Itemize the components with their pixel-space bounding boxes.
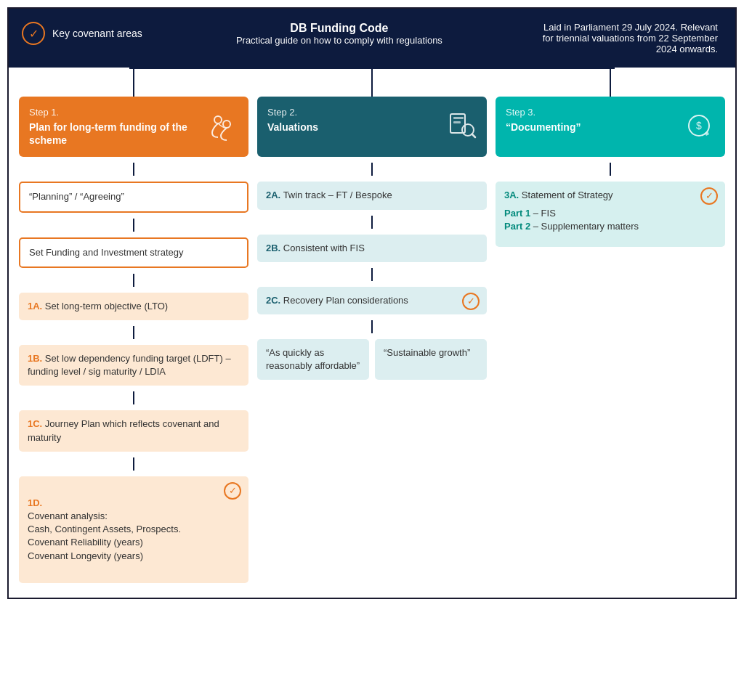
sub-col-2: 2A. Twin track – FT / Bespoke 2B. Consis… xyxy=(253,163,491,583)
col1-connector-5 xyxy=(19,391,248,404)
connector-row-top xyxy=(9,68,735,97)
col3-part1: Part 1 – FIS xyxy=(504,207,696,220)
col3-connector-1 xyxy=(496,163,725,176)
col2-vline-3 xyxy=(371,268,373,281)
col2-box3-prefix: 2C. xyxy=(266,295,280,306)
step3-icon: $ xyxy=(683,110,715,147)
col2-box2: 2B. Consistent with FIS xyxy=(257,235,487,262)
v-line-2 xyxy=(371,68,373,97)
connector-col-1 xyxy=(15,68,253,97)
header-right: Laid in Parliament 29 July 2024. Relevan… xyxy=(536,22,718,54)
col3-vline-1 xyxy=(610,163,611,176)
step2-title: Valuations xyxy=(267,121,439,134)
sub-col-1: “Planning” / “Agreeing” Set Funding and … xyxy=(15,163,253,583)
col1-connector-2 xyxy=(19,219,248,232)
col1-connector-4 xyxy=(19,326,248,339)
header: ✓ Key covenant areas DB Funding Code Pra… xyxy=(9,9,735,68)
step3-header: Step 3. “Documenting” $ xyxy=(496,97,725,157)
step2-icon xyxy=(445,110,477,147)
col1-vline-2 xyxy=(133,219,134,232)
step1-text: Step 1. Plan for long-term funding of th… xyxy=(29,107,201,147)
col2-connector-2 xyxy=(257,216,487,229)
col2-sub2: “Sustainable growth” xyxy=(375,339,487,380)
col1-box5: 1C. Journey Plan which reflects covenant… xyxy=(19,410,248,451)
step1-header: Step 1. Plan for long-term funding of th… xyxy=(19,97,248,157)
col3-box1-check: ✓ xyxy=(700,187,718,205)
col3-box1-prefix: 3A. xyxy=(504,190,519,200)
steps-row: Step 1. Plan for long-term funding of th… xyxy=(9,97,735,157)
col2-box2-text: Consistent with FIS xyxy=(283,243,365,253)
v-line-1 xyxy=(133,68,134,97)
step3-num: Step 3. xyxy=(506,107,677,118)
col1-vline-3 xyxy=(133,274,134,287)
col2-box1-text: Twin track – FT / Bespoke xyxy=(283,190,392,200)
v-line-3 xyxy=(610,68,611,97)
step1-num: Step 1. xyxy=(29,107,201,118)
col1-box4-prefix: 1B. xyxy=(28,353,42,364)
connector-col-2 xyxy=(253,68,491,97)
header-left: ✓ Key covenant areas xyxy=(22,22,142,45)
step-col-1: Step 1. Plan for long-term funding of th… xyxy=(15,97,253,157)
step3-text: Step 3. “Documenting” xyxy=(506,107,677,134)
center-subtitle: Practical guide on how to comply with re… xyxy=(142,35,536,46)
col2-connector-1 xyxy=(257,163,487,176)
col2-box3-check: ✓ xyxy=(462,293,480,310)
col1-vline-1 xyxy=(133,163,134,176)
step2-text: Step 2. Valuations xyxy=(267,107,439,134)
col1-box3-prefix: 1A. xyxy=(28,301,42,312)
col3-box1-title-row: 3A. Statement of Strategy xyxy=(504,189,696,202)
col1-box1: “Planning” / “Agreeing” xyxy=(19,182,248,212)
h-line-top xyxy=(129,68,615,69)
col1-vline-4 xyxy=(133,326,134,339)
col2-sub-boxes: “As quickly as reasonably affordable” “S… xyxy=(257,339,487,380)
svg-point-1 xyxy=(223,121,230,128)
covenant-icon: ✓ xyxy=(22,22,45,45)
col1-box4-text: Set low dependency funding target (LDFT)… xyxy=(28,353,231,377)
svg-point-0 xyxy=(214,116,222,123)
step2-num: Step 2. xyxy=(267,107,439,118)
col1-box3: 1A. Set long-term objective (LTO) xyxy=(19,293,248,320)
col1-connector-6 xyxy=(19,457,248,471)
col3-part1-text: – FIS xyxy=(533,208,556,219)
col1-box6-check: ✓ xyxy=(224,482,241,500)
col1-box1-label: “Planning” / “Agreeing” xyxy=(29,191,124,202)
header-center: DB Funding Code Practical guide on how t… xyxy=(142,22,536,46)
col1-box4: 1B. Set low dependency funding target (L… xyxy=(19,345,248,386)
col2-box1-prefix: 2A. xyxy=(266,190,280,200)
step3-title: “Documenting” xyxy=(506,121,677,134)
col2-sub1-text: “As quickly as reasonably affordable” xyxy=(266,347,360,371)
center-title: DB Funding Code xyxy=(142,22,536,35)
col2-box2-prefix: 2B. xyxy=(266,243,280,253)
col3-box1-title: Statement of Strategy xyxy=(522,190,613,200)
sub-col-3: 3A. Statement of Strategy Part 1 – FIS P… xyxy=(491,163,729,583)
col1-box5-prefix: 1C. xyxy=(28,418,42,429)
col1-vline-6 xyxy=(133,457,134,471)
svg-line-6 xyxy=(472,134,476,138)
col2-vline-4 xyxy=(371,320,373,333)
connector-col-3 xyxy=(491,68,729,97)
col1-box5-text: Journey Plan which reflects covenant and… xyxy=(28,418,219,442)
col2-box3-text: Recovery Plan considerations xyxy=(283,295,408,306)
sub-row: “Planning” / “Agreeing” Set Funding and … xyxy=(9,157,735,583)
col1-box3-text: Set long-term objective (LTO) xyxy=(45,301,168,312)
col1-connector-1 xyxy=(19,163,248,176)
col3-part2-text: – Supplementary matters xyxy=(533,221,639,232)
col2-sub1: “As quickly as reasonably affordable” xyxy=(257,339,369,380)
col3-box1: 3A. Statement of Strategy Part 1 – FIS P… xyxy=(496,182,725,247)
svg-rect-3 xyxy=(453,117,464,119)
step1-icon xyxy=(206,110,238,147)
col2-box1: 2A. Twin track – FT / Bespoke xyxy=(257,182,487,209)
col3-part2-label: Part 2 xyxy=(504,221,530,232)
col2-connector-4 xyxy=(257,320,487,333)
col2-sub2-text: “Sustainable growth” xyxy=(384,347,470,358)
bottom-space xyxy=(9,583,735,598)
col3-part2: Part 2 – Supplementary matters xyxy=(504,220,696,233)
col1-box6: 1D. Covenant analysis: Cash, Contingent … xyxy=(19,476,248,583)
step1-title: Plan for long-term funding of the scheme xyxy=(29,121,201,147)
col3-part1-label: Part 1 xyxy=(504,208,530,219)
step-col-3: Step 3. “Documenting” $ xyxy=(491,97,729,157)
col1-connector-3 xyxy=(19,274,248,287)
col1-vline-5 xyxy=(133,391,134,404)
col3-box1-parts: Part 1 – FIS Part 2 – Supplementary matt… xyxy=(504,207,696,233)
col1-box6-text: Covenant analysis: Cash, Contingent Asse… xyxy=(28,510,181,561)
